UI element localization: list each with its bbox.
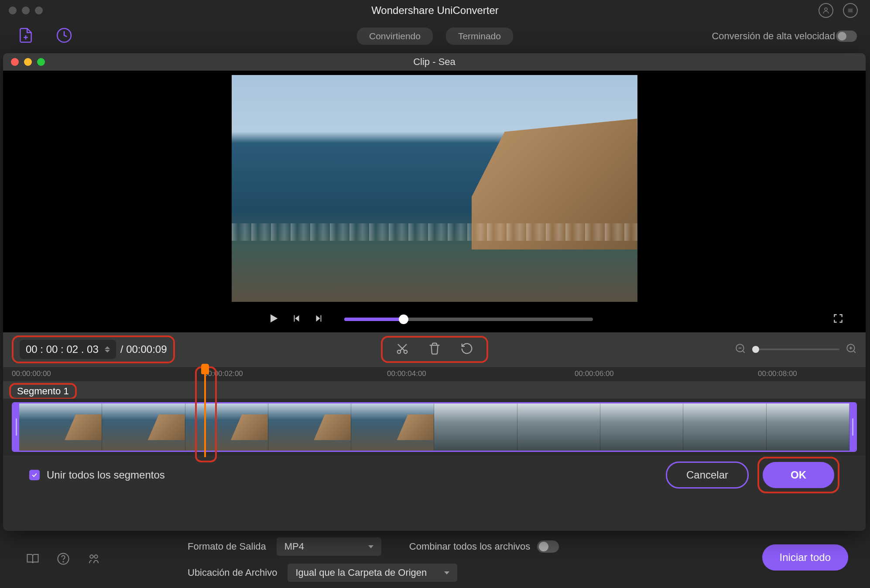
- svg-point-9: [90, 555, 93, 558]
- timecode-highlight: 00 : 00 : 02 . 03 / 00:00:09: [12, 335, 175, 363]
- tab-finished[interactable]: Terminado: [446, 27, 513, 45]
- svg-line-24: [853, 351, 855, 352]
- account-icon[interactable]: [819, 3, 833, 18]
- svg-point-8: [63, 561, 63, 562]
- file-location-value: Igual que la Carpeta de Origen: [295, 567, 427, 578]
- close-dot-icon[interactable]: [9, 7, 17, 14]
- zoom-controls: [735, 343, 857, 356]
- combine-files-label: Combinar todos los archivos: [409, 541, 531, 552]
- svg-marker-14: [316, 315, 320, 322]
- thumbnail: [600, 403, 683, 451]
- scrubber-progress: [344, 318, 404, 321]
- minimize-dot-icon[interactable]: [22, 7, 30, 14]
- thumbnail: [683, 403, 766, 451]
- timecode-input[interactable]: 00 : 00 : 02 . 03: [20, 340, 116, 359]
- undo-button[interactable]: [460, 342, 473, 357]
- file-location-label: Ubicación de Archivo: [188, 567, 277, 578]
- timeline-track[interactable]: [3, 399, 866, 455]
- ruler-mark: 00:00:02:00: [204, 369, 243, 378]
- tools-row: 00 : 00 : 02 . 03 / 00:00:09: [3, 332, 866, 366]
- maximize-dot-icon[interactable]: [35, 7, 43, 14]
- clip-segment[interactable]: [12, 402, 857, 452]
- merge-label: Unir todos los segmentos: [47, 469, 165, 481]
- delete-button[interactable]: [428, 342, 441, 357]
- thumbnail: [185, 403, 268, 451]
- cut-button[interactable]: [396, 342, 409, 357]
- trim-handle-left[interactable]: [13, 403, 19, 451]
- thumbnail: [434, 403, 517, 451]
- svg-rect-13: [294, 315, 295, 322]
- svg-point-10: [94, 555, 98, 558]
- thumbnail: [767, 403, 849, 451]
- ok-highlight-annotation: OK: [757, 457, 839, 493]
- book-icon[interactable]: [26, 552, 39, 567]
- maximize-icon[interactable]: [37, 58, 45, 66]
- zoom-out-button[interactable]: [735, 343, 746, 356]
- file-location-select[interactable]: Igual que la Carpeta de Origen: [288, 564, 457, 582]
- timeline: 00:00:00:00 00:00:02:00 00:00:04:00 00:0…: [3, 366, 866, 455]
- thumbnail-strip: [19, 403, 849, 451]
- trim-handle-right[interactable]: [849, 403, 856, 451]
- thumbnail: [19, 403, 102, 451]
- svg-point-17: [404, 350, 407, 354]
- minimize-icon[interactable]: [24, 58, 32, 66]
- video-preview: [3, 71, 866, 306]
- timeline-ruler[interactable]: 00:00:00:00 00:00:02:00 00:00:04:00 00:0…: [3, 366, 866, 381]
- stepper-down-icon[interactable]: [105, 350, 110, 352]
- chevron-down-icon: [368, 545, 373, 548]
- playback-scrubber[interactable]: [344, 318, 593, 321]
- thumbnail: [268, 403, 351, 451]
- ruler-mark: 00:00:08:00: [758, 369, 797, 378]
- ruler-mark: 00:00:06:00: [575, 369, 614, 378]
- history-icon[interactable]: [56, 27, 72, 45]
- start-all-button[interactable]: Iniciar todo: [762, 544, 848, 571]
- svg-point-7: [58, 554, 69, 564]
- ruler-mark: 00:00:00:00: [12, 369, 51, 378]
- modal-titlebar: Clip - Sea: [3, 53, 866, 71]
- scrubber-thumb[interactable]: [399, 315, 408, 324]
- output-format-label: Formato de Salida: [188, 541, 266, 552]
- previous-frame-button[interactable]: [292, 314, 301, 325]
- timecode-stepper[interactable]: [105, 346, 110, 352]
- zoom-thumb[interactable]: [752, 346, 759, 353]
- share-icon[interactable]: [87, 552, 100, 567]
- timecode-value: 00 : 00 : 02 . 03: [26, 343, 99, 356]
- segment-label: Segmento 1: [9, 383, 77, 400]
- zoom-in-button[interactable]: [846, 343, 857, 356]
- segment-label-row: Segmento 1: [3, 381, 866, 399]
- high-speed-toggle[interactable]: [836, 31, 857, 42]
- timecode-total: / 00:00:09: [120, 343, 167, 356]
- close-icon[interactable]: [11, 58, 19, 66]
- ruler-mark: 00:00:04:00: [387, 369, 426, 378]
- fullscreen-button[interactable]: [832, 313, 844, 326]
- output-format-value: MP4: [284, 541, 304, 552]
- tab-converting[interactable]: Convirtiendo: [357, 27, 433, 45]
- video-frame[interactable]: [232, 75, 637, 302]
- high-speed-label: Conversión de alta velocidad: [712, 31, 835, 42]
- ok-button[interactable]: OK: [763, 462, 834, 488]
- combine-files-toggle[interactable]: [537, 540, 559, 553]
- edit-tools-highlight: [381, 336, 488, 363]
- merge-segments-option[interactable]: Unir todos los segmentos: [29, 469, 165, 481]
- next-frame-button[interactable]: [314, 314, 323, 325]
- merge-checkbox[interactable]: [29, 470, 40, 480]
- cancel-button[interactable]: Cancelar: [666, 462, 749, 489]
- menu-icon[interactable]: [843, 3, 858, 18]
- svg-marker-12: [295, 315, 299, 322]
- play-button[interactable]: [267, 312, 280, 326]
- clip-editor-modal: Clip - Sea 00 : 00 : 02 . 03 / 00:00:0: [3, 53, 866, 531]
- chevron-down-icon: [444, 571, 449, 574]
- thumbnail: [351, 403, 434, 451]
- add-file-icon[interactable]: [17, 27, 34, 45]
- svg-point-16: [397, 350, 401, 354]
- main-toolbar: Convirtiendo Terminado Conversión de alt…: [0, 21, 870, 51]
- output-format-select[interactable]: MP4: [277, 537, 381, 556]
- playhead[interactable]: [204, 367, 206, 457]
- zoom-slider[interactable]: [752, 349, 839, 350]
- bottom-bar: Formato de Salida MP4 Combinar todos los…: [0, 531, 870, 588]
- stepper-up-icon[interactable]: [105, 346, 110, 349]
- app-title: Wondershare UniConverter: [371, 4, 499, 17]
- action-bar: Unir todos los segmentos Cancelar OK: [3, 455, 866, 495]
- help-icon[interactable]: [57, 552, 70, 567]
- svg-point-0: [825, 8, 827, 10]
